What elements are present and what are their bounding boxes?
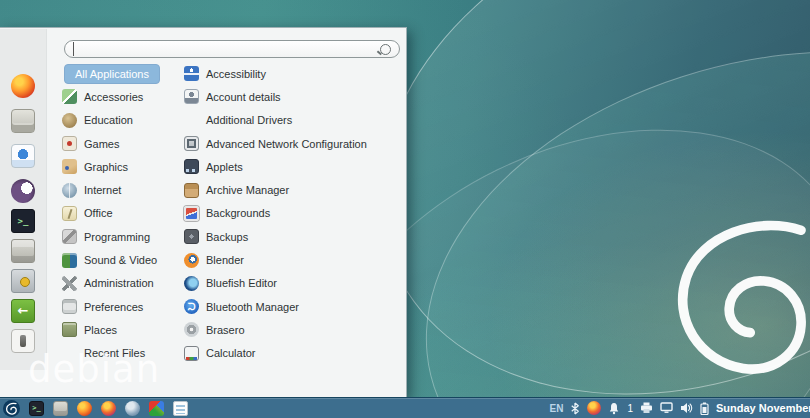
category-list: All Applications Accessories Education G…: [62, 62, 182, 365]
volume-icon[interactable]: [680, 402, 693, 414]
archive-icon: [184, 183, 199, 198]
lock-screen-icon: [11, 269, 35, 293]
app-label: Additional Drivers: [206, 114, 292, 126]
category-graphics[interactable]: Graphics: [62, 155, 182, 178]
favorite-software-store[interactable]: [11, 144, 35, 168]
image-viewer-launcher[interactable]: [149, 401, 164, 416]
taskbar-panel: >_ EN 1 Sunday November: [0, 397, 810, 418]
favorite-logout[interactable]: ←: [11, 299, 35, 323]
category-administration[interactable]: Administration: [62, 272, 182, 295]
blender-icon: [184, 253, 199, 268]
app-label: Account details: [206, 91, 281, 103]
bluefish-icon: [184, 276, 199, 291]
app-label: Blender: [206, 254, 244, 266]
app-label: Accessibility: [206, 68, 266, 80]
category-label: Graphics: [84, 161, 128, 173]
app-calculator[interactable]: Calculator: [184, 342, 404, 365]
category-label: Administration: [84, 277, 154, 289]
education-icon: [62, 113, 77, 128]
category-sound-video[interactable]: Sound & Video: [62, 248, 182, 271]
favorite-package-manager[interactable]: [11, 109, 35, 133]
app-bluetooth-manager[interactable]: ᙂBluetooth Manager: [184, 295, 404, 318]
app-label: Calculator: [206, 347, 256, 359]
app-advanced-network[interactable]: Advanced Network Configuration: [184, 132, 404, 155]
app-accessibility[interactable]: Accessibility: [184, 62, 404, 85]
category-education[interactable]: Education: [62, 109, 182, 132]
search-box: [64, 40, 400, 58]
printer-icon[interactable]: [640, 402, 653, 414]
account-icon: [184, 89, 199, 104]
app-brasero[interactable]: Brasero: [184, 318, 404, 341]
system-tray: EN 1 Sunday November: [550, 401, 810, 415]
app-bluefish-editor[interactable]: Bluefish Editor: [184, 272, 404, 295]
internet-icon: [62, 183, 77, 198]
category-label: Accessories: [84, 91, 143, 103]
category-programming[interactable]: Programming: [62, 225, 182, 248]
firefox-launcher[interactable]: [77, 401, 92, 416]
app-applets[interactable]: Applets: [184, 155, 404, 178]
thunderbird-tray-icon[interactable]: [587, 401, 601, 415]
search-icon: [380, 44, 391, 55]
search-input[interactable]: [73, 42, 380, 56]
category-internet[interactable]: Internet: [62, 178, 182, 201]
terminal-icon: >_: [11, 209, 35, 233]
writer-launcher[interactable]: [173, 401, 188, 416]
bluetooth-icon[interactable]: [570, 402, 580, 415]
office-icon: [62, 206, 77, 221]
backups-icon: [184, 229, 199, 244]
app-additional-drivers[interactable]: Additional Drivers: [184, 109, 404, 132]
calculator-icon: [184, 346, 199, 361]
category-label: Internet: [84, 184, 121, 196]
display-icon[interactable]: [660, 402, 673, 414]
favorite-firefox[interactable]: [11, 74, 35, 98]
thunderbird-launcher[interactable]: [101, 401, 116, 416]
category-accessories[interactable]: Accessories: [62, 85, 182, 108]
notifications-bell-icon[interactable]: [608, 402, 620, 415]
app-backgrounds[interactable]: Backgrounds: [184, 202, 404, 225]
category-label: Games: [84, 138, 119, 150]
sound-video-icon: [62, 253, 77, 268]
favorite-lock-screen[interactable]: [11, 269, 35, 293]
category-all-applications[interactable]: All Applications: [62, 62, 182, 85]
category-games[interactable]: Games: [62, 132, 182, 155]
backgrounds-icon: [184, 206, 199, 221]
package-manager-launcher[interactable]: [53, 401, 68, 416]
menu-button[interactable]: [3, 400, 20, 417]
favorite-files[interactable]: [11, 239, 35, 263]
games-icon: [62, 136, 77, 151]
favorite-terminal[interactable]: >_: [11, 209, 35, 233]
application-menu-window: >_ ← All Applications Accessories Educat…: [0, 27, 407, 398]
category-preferences[interactable]: Preferences: [62, 295, 182, 318]
battery-icon[interactable]: [700, 402, 709, 415]
favorite-chat[interactable]: [11, 179, 35, 203]
files-drives-icon: [11, 239, 35, 263]
category-label: Sound & Video: [84, 254, 157, 266]
programming-icon: [62, 229, 77, 244]
category-places[interactable]: Places: [62, 318, 182, 341]
app-backups[interactable]: Backups: [184, 225, 404, 248]
category-label: Preferences: [84, 301, 143, 313]
category-office[interactable]: Office: [62, 202, 182, 225]
no-icon: [184, 113, 199, 128]
chat-icon: [11, 179, 35, 203]
app-account-details[interactable]: Account details: [184, 85, 404, 108]
clock-date[interactable]: Sunday November: [716, 402, 810, 414]
notification-count[interactable]: 1: [627, 403, 633, 414]
graphics-icon: [62, 159, 77, 174]
logout-icon: ←: [11, 299, 35, 323]
terminal-launcher[interactable]: >_: [29, 401, 44, 416]
app-label: Backups: [206, 231, 248, 243]
app-label: Backgrounds: [206, 207, 270, 219]
firefox-icon: [11, 74, 35, 98]
places-icon: [62, 322, 77, 337]
app-label: Bluefish Editor: [206, 277, 277, 289]
accessories-icon: [62, 89, 77, 104]
app-blender[interactable]: Blender: [184, 248, 404, 271]
bluetooth-icon: ᙂ: [184, 299, 199, 314]
web-orb-launcher[interactable]: [125, 401, 140, 416]
app-label: Advanced Network Configuration: [206, 138, 367, 150]
applets-icon: [184, 159, 199, 174]
app-archive-manager[interactable]: Archive Manager: [184, 178, 404, 201]
accessibility-icon: [184, 66, 199, 81]
keyboard-layout-indicator[interactable]: EN: [550, 403, 564, 414]
